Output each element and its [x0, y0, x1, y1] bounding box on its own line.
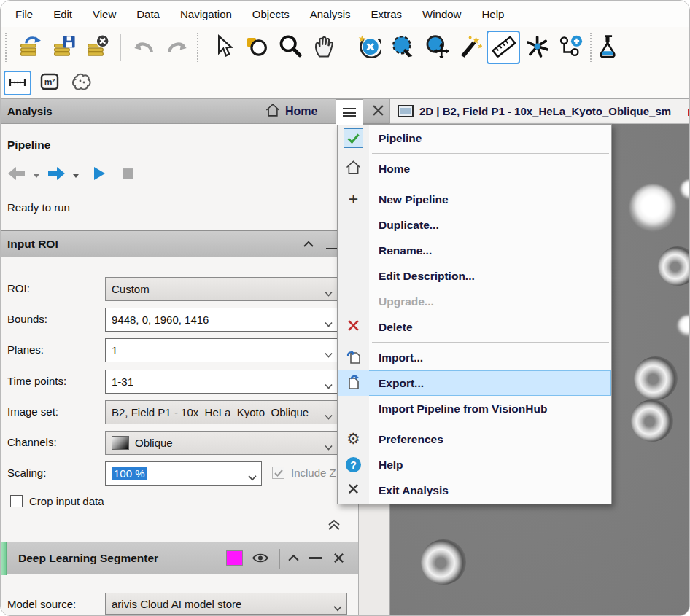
menu-item-exit-analysis[interactable]: Exit Analysis [338, 477, 611, 503]
distance-measure-button[interactable] [4, 71, 31, 95]
pipeline-section-title: Pipeline [7, 139, 50, 152]
run-pipeline-button[interactable] [92, 166, 106, 184]
input-roi-header[interactable]: Input ROI [1, 230, 358, 257]
include-z-label: Include Z [291, 467, 336, 479]
redo-button[interactable] [160, 31, 194, 64]
collapse-section-button[interactable] [303, 238, 314, 251]
menu-item-label: Pipeline [369, 132, 422, 145]
checkmark-icon [344, 128, 363, 148]
region-measure-button[interactable] [68, 71, 96, 95]
image-set-select[interactable]: B2, Field P1 - 10x_HeLa_Kyoto_Oblique [105, 400, 338, 424]
pan-tool-button[interactable] [306, 31, 340, 64]
crop-input-checkbox[interactable]: Crop input data [10, 495, 104, 507]
scaling-input[interactable]: 100 % [105, 461, 262, 486]
save-dataset-button[interactable] [47, 31, 81, 64]
step-back-dropdown[interactable] [33, 168, 40, 182]
menu-extras[interactable]: Extras [361, 8, 413, 20]
cell-blob [629, 184, 676, 231]
chevron-down-icon [333, 601, 342, 614]
close-analysis-button[interactable] [368, 101, 388, 122]
analysis-tool-button[interactable] [599, 31, 616, 64]
pointer-tool-button[interactable] [206, 31, 239, 64]
menu-item-edit-description[interactable]: Edit Description... [338, 263, 611, 289]
menu-help[interactable]: Help [471, 8, 514, 20]
new-object-tool-button[interactable] [352, 31, 386, 64]
import-dataset-button[interactable] [14, 31, 47, 64]
splat-icon [524, 34, 549, 61]
menu-edit[interactable]: Edit [43, 8, 82, 20]
spline-tool-button[interactable] [520, 31, 554, 64]
model-source-select[interactable]: arivis Cloud AI model store [105, 593, 347, 615]
menu-item-label: Delete [369, 321, 413, 334]
circle-select-tool-button[interactable] [239, 31, 273, 64]
gear-icon: ⚙ [346, 432, 360, 447]
bounds-value: 9448, 0, 1960, 1416 [112, 313, 209, 326]
close-dataset-button[interactable] [81, 31, 115, 64]
magic-wand-tool-button[interactable] [453, 31, 487, 64]
menu-item-label: Import... [369, 351, 423, 364]
app-window: File Edit View Data Navigation Objects A… [0, 0, 690, 616]
zoom-tool-button[interactable] [273, 31, 306, 64]
segmenter-header[interactable]: Deep Learning Segmenter [1, 542, 358, 574]
toolbar-grip[interactable] [590, 33, 596, 62]
menu-item-new-pipeline[interactable]: + New Pipeline [338, 187, 611, 212]
menu-item-preferences[interactable]: ⚙ Preferences [338, 426, 611, 452]
bounds-input[interactable]: 9448, 0, 1960, 1416 [105, 308, 338, 332]
channels-select[interactable]: Oblique [105, 431, 338, 455]
toolbar-grip[interactable] [5, 33, 11, 62]
track-tool-button[interactable] [554, 31, 587, 64]
collapse-all-button[interactable] [327, 519, 341, 534]
menu-item-delete[interactable]: Delete [338, 314, 611, 340]
collapse-segmenter-button[interactable] [287, 552, 300, 565]
menu-item-label: Import Pipeline from VisionHub [369, 402, 547, 416]
menu-item-rename[interactable]: Rename... [338, 238, 611, 263]
menu-window[interactable]: Window [412, 8, 471, 20]
menu-item-import-visionhub[interactable]: Import Pipeline from VisionHub [338, 396, 611, 421]
viewer-tab-title[interactable]: 2D | B2, Field P1 - 10x_HeLa_Kyoto_Obliq… [419, 105, 676, 117]
ruler-tool-button[interactable] [487, 31, 520, 64]
stop-pipeline-button[interactable] [122, 168, 134, 183]
eye-icon[interactable] [252, 552, 269, 567]
menu-data[interactable]: Data [126, 8, 170, 20]
menu-objects[interactable]: Objects [242, 8, 300, 20]
menu-separator [372, 342, 609, 343]
time-points-input[interactable]: 1-31 [105, 370, 338, 394]
step-forward-dropdown[interactable] [72, 168, 80, 182]
menu-navigation[interactable]: Navigation [170, 8, 242, 20]
menu-item-import[interactable]: Import... [338, 345, 611, 370]
step-forward-button[interactable] [47, 166, 66, 184]
transform-object-tool-button[interactable] [419, 31, 453, 64]
roi-select[interactable]: Custom [105, 277, 338, 301]
import-icon [345, 348, 363, 368]
pipeline-status: Ready to run [7, 201, 70, 214]
menu-item-help[interactable]: ? Help [338, 452, 611, 477]
chevron-down-icon [325, 440, 333, 453]
segmenter-accent-bar [1, 542, 7, 575]
move-sphere-icon [424, 34, 449, 61]
area-measure-button[interactable]: m² [36, 71, 63, 95]
home-icon [345, 159, 362, 179]
menu-item-export[interactable]: Export... [338, 370, 611, 396]
home-label: Home [285, 105, 317, 118]
menu-analysis[interactable]: Analysis [300, 8, 361, 20]
draw-object-tool-button[interactable] [386, 31, 419, 64]
include-z-checkbox[interactable]: Include Z [272, 467, 336, 479]
hamburger-icon [343, 108, 356, 117]
menu-file[interactable]: File [5, 8, 43, 20]
chevron-down-icon [325, 317, 333, 330]
menu-item-home[interactable]: Home [338, 156, 611, 182]
step-back-button[interactable] [7, 166, 26, 184]
home-button[interactable]: Home [265, 99, 317, 124]
analysis-menu-button[interactable] [336, 99, 363, 125]
cell-blob [677, 315, 690, 337]
planes-input[interactable]: 1 [105, 338, 338, 362]
menu-item-duplicate[interactable]: Duplicate... [338, 212, 611, 238]
menu-item-pipeline[interactable]: Pipeline [338, 125, 611, 151]
undo-button[interactable] [127, 31, 160, 64]
new-sphere-icon [357, 34, 381, 61]
menu-view[interactable]: View [82, 8, 126, 20]
segmenter-color-swatch[interactable] [226, 550, 243, 566]
toolbar-grip[interactable] [197, 33, 203, 62]
model-source-value: arivis Cloud AI model store [112, 598, 241, 610]
remove-segmenter-button[interactable] [333, 553, 344, 566]
